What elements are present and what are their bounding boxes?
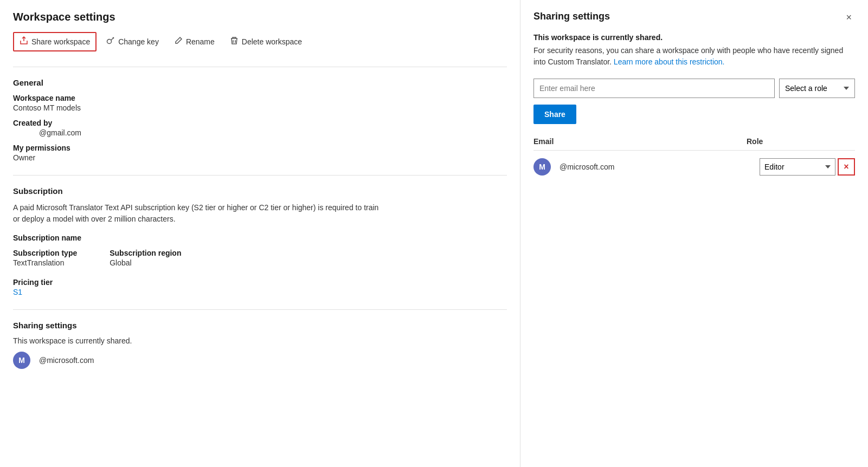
general-section: General Workspace name Contoso MT models… <box>13 78 507 162</box>
right-panel: Sharing settings × This workspace is cur… <box>520 0 868 467</box>
panel-title: Sharing settings <box>533 11 610 22</box>
rename-button[interactable]: Rename <box>169 33 220 50</box>
subscription-region-label: Subscription region <box>110 249 181 257</box>
subscription-divider <box>13 309 507 310</box>
user-email-right: @microsoft.com <box>560 163 760 171</box>
my-permissions-label: My permissions <box>13 144 507 152</box>
pricing-tier-value: S1 <box>13 288 507 296</box>
delete-workspace-icon <box>230 36 239 47</box>
workspace-name-value: Contoso MT models <box>13 103 507 112</box>
avatar: M <box>13 352 30 369</box>
toolbar: Share workspace Change key Rename <box>13 32 507 54</box>
avatar: M <box>533 158 551 176</box>
subscription-type-value: TextTranslation <box>13 258 77 267</box>
subscription-name-label: Subscription name <box>13 234 507 242</box>
change-key-icon <box>106 36 115 47</box>
change-key-label: Change key <box>118 37 159 46</box>
delete-workspace-button[interactable]: Delete workspace <box>224 33 307 50</box>
table-row: M @microsoft.com Owner Editor Reader × <box>533 155 855 179</box>
user-email-left: @microsoft.com <box>39 356 94 365</box>
rename-icon <box>174 36 183 47</box>
shared-status: This workspace is currently shared. <box>533 33 855 42</box>
sharing-user-row: M @microsoft.com <box>13 352 507 369</box>
delete-workspace-label: Delete workspace <box>242 37 302 46</box>
role-select[interactable]: Select a role Owner Editor Reader <box>779 79 855 98</box>
change-key-button[interactable]: Change key <box>101 33 164 50</box>
remove-icon: × <box>844 162 848 172</box>
panel-header: Sharing settings × <box>533 11 855 24</box>
subscription-section-title: Subscription <box>13 186 507 196</box>
svg-point-0 <box>107 40 112 44</box>
page-title: Workspace settings <box>13 11 507 23</box>
rename-label: Rename <box>186 37 215 46</box>
subscription-type-label: Subscription type <box>13 249 77 257</box>
workspace-name-label: Workspace name <box>13 94 507 102</box>
subscription-two-col: Subscription type TextTranslation Subscr… <box>13 249 507 274</box>
email-role-row: Select a role Owner Editor Reader <box>533 79 855 98</box>
toolbar-divider <box>13 67 507 67</box>
role-column-header: Role <box>747 137 855 146</box>
created-by-label: Created by <box>13 119 507 127</box>
general-section-title: General <box>13 78 507 87</box>
subscription-region-value: Global <box>110 258 181 267</box>
share-workspace-icon <box>20 36 28 47</box>
sharing-section-left: Sharing settings This workspace is curre… <box>13 321 507 369</box>
sharing-status-text: This workspace is currently shared. <box>13 336 507 345</box>
remove-user-button[interactable]: × <box>838 158 855 176</box>
left-panel: Workspace settings Share workspace Chang… <box>0 0 520 467</box>
close-button[interactable]: × <box>843 11 855 24</box>
subscription-type-col: Subscription type TextTranslation <box>13 249 77 274</box>
share-button[interactable]: Share <box>533 105 576 124</box>
my-permissions-value: Owner <box>13 153 507 162</box>
sharing-section-title: Sharing settings <box>13 321 507 330</box>
share-workspace-label: Share workspace <box>31 37 90 46</box>
email-input[interactable] <box>533 79 775 98</box>
subscription-region-col: Subscription region Global <box>110 249 181 274</box>
share-workspace-button[interactable]: Share workspace <box>13 32 97 51</box>
role-select-row[interactable]: Owner Editor Reader <box>760 158 835 176</box>
learn-more-link[interactable]: Learn more about this restriction. <box>614 57 725 66</box>
pricing-tier-label: Pricing tier <box>13 278 507 287</box>
general-divider <box>13 175 507 176</box>
subscription-section: Subscription A paid Microsoft Translator… <box>13 186 507 296</box>
table-header: Email Role <box>533 137 855 151</box>
email-column-header: Email <box>533 137 747 146</box>
created-by-value: @gmail.com <box>13 128 507 137</box>
shared-info: For security reasons, you can share a wo… <box>533 45 855 68</box>
subscription-desc: A paid Microsoft Translator Text API sub… <box>13 202 382 225</box>
